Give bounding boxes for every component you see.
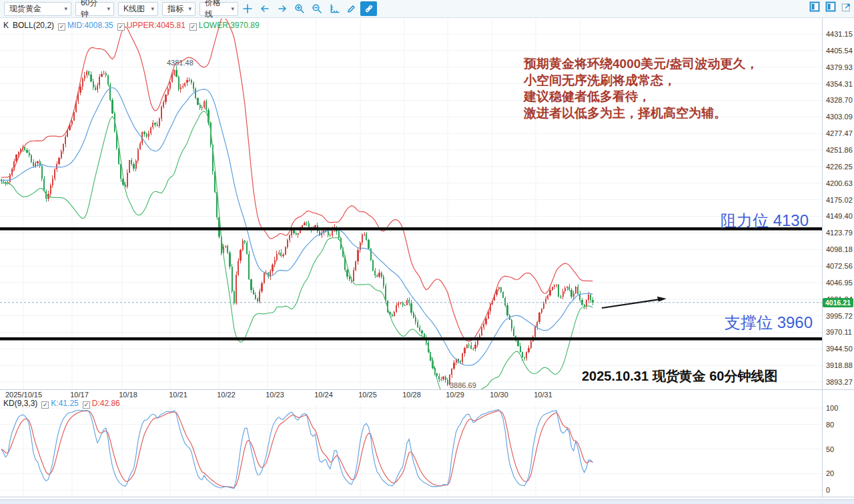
y-axis-label: 3893.27 (826, 378, 853, 386)
arrow-head (657, 297, 667, 302)
support-level-label: 支撑位 3960 (725, 312, 813, 333)
price-line-select[interactable]: 价格线 ▾ (199, 2, 238, 16)
boll-mid-toggle[interactable]: MID:4008.35 (58, 21, 113, 30)
x-axis-label: 10/25 (358, 391, 377, 399)
price-line-select-value: 价格线 (205, 0, 227, 20)
highest-price-label: 4381.48 (167, 59, 193, 67)
sub-axis-label: 100 (826, 404, 838, 412)
arrow-annotation (602, 299, 659, 308)
y-axis-label: 4354.31 (826, 80, 853, 88)
link-tool-button[interactable] (360, 1, 377, 16)
panel-layout-icon-1[interactable] (809, 1, 820, 15)
commentary-line: 小空间无序洗刷将成常态， (524, 73, 759, 89)
y-axis-label: 4303.09 (826, 113, 853, 121)
interval-select[interactable]: 60分钟 ▾ (75, 2, 114, 16)
x-axis-label: 10/24 (314, 391, 333, 399)
x-axis-label: 10/28 (402, 391, 421, 399)
chevron-down-icon: ▾ (151, 5, 154, 12)
resistance-level-label: 阻力位 4130 (721, 210, 809, 231)
x-axis-label: 10/31 (534, 391, 552, 399)
kd-k-value: K:41.25 (51, 399, 78, 408)
y-axis-label: 3970.11 (826, 328, 852, 336)
chevron-down-icon: ▾ (64, 5, 67, 12)
boll-mid-line (1, 88, 592, 366)
boll-lower-value: LOWER:3970.89 (199, 21, 260, 30)
axis-scale-icon[interactable] (326, 1, 342, 16)
sub-axis-label: 20 (826, 469, 834, 477)
chart-footer-title: 2025.10.31 现货黄金 60分钟线图 (582, 367, 777, 385)
crosshair-icon[interactable] (239, 1, 256, 16)
kd-d-toggle[interactable]: D:42.86 (83, 399, 120, 408)
current-price-tag: 4016.21 (823, 298, 853, 307)
checkbox-checked-icon[interactable] (117, 23, 125, 31)
chart-type-select-value: K线图 (123, 3, 145, 15)
indicator-select-value: 指标 (167, 3, 183, 15)
draw-pencil-icon[interactable] (343, 1, 360, 16)
kd-indicator-header: KD(9,3,3) K:41.25 D:42.86 (3, 399, 120, 408)
boll-lower-toggle[interactable]: LOWER:3970.89 (189, 21, 260, 30)
y-axis-label: 4251.86 (826, 146, 853, 154)
horizontal-scrollbar[interactable] (0, 499, 854, 504)
interval-select-value: 60分钟 (81, 0, 103, 20)
x-axis-label: 10/23 (266, 391, 284, 399)
kd-k-toggle[interactable]: K:41.25 (41, 399, 78, 408)
x-axis-label: 10/30 (490, 391, 508, 399)
y-axis-label: 4072.56 (826, 262, 853, 270)
chevron-down-icon: ▾ (188, 5, 191, 12)
boll-upper-toggle[interactable]: UPPER:4045.81 (117, 21, 185, 30)
x-axis-label: 10/17 (70, 391, 89, 399)
lowest-price-label: 3886.69 (450, 381, 476, 389)
toolbar: 现货黄金 ▾ 60分钟 ▾ K线图 ▾ 指标 ▾ 价格线 ▾ (0, 0, 854, 18)
y-axis-label: 4379.93 (826, 63, 853, 71)
sub-axis-label: 80 (826, 421, 834, 429)
x-axis-label: 10/21 (169, 391, 187, 399)
y-axis-label: 4175.02 (826, 196, 853, 204)
y-axis-label: 4046.95 (826, 279, 853, 287)
y-axis-label: 4226.25 (826, 163, 853, 171)
x-axis-label: 2025/10/15 (5, 391, 42, 399)
chevron-down-icon: ▾ (231, 5, 234, 12)
checkbox-checked-icon[interactable] (189, 23, 197, 31)
y-axis-label: 3944.50 (826, 345, 853, 353)
y-axis-label: 4149.40 (826, 212, 853, 220)
symbol-select[interactable]: 现货黄金 ▾ (4, 2, 71, 16)
y-axis-label: 4277.47 (826, 129, 853, 137)
bollinger-bands (1, 17, 592, 403)
symbol-select-value: 现货黄金 (9, 3, 41, 15)
boll-upper-line (1, 17, 592, 341)
boll-mid-value: MID:4008.35 (67, 21, 113, 30)
sub-axis-label: 50 (826, 445, 834, 453)
x-axis-label: 10/18 (119, 391, 137, 399)
pane-key-label: K (3, 21, 9, 30)
zoom-out-icon[interactable] (308, 1, 325, 16)
boll-upper-value: UPPER:4045.81 (127, 21, 185, 30)
checkbox-checked-icon[interactable] (41, 401, 49, 409)
commentary-line: 预期黄金将环绕4000美元/盎司波动更久， (524, 56, 759, 73)
x-axis-label: 10/29 (446, 391, 464, 399)
zoom-in-icon[interactable] (291, 1, 308, 16)
expand-fullscreen-icon[interactable] (841, 2, 851, 15)
pan-right-icon[interactable] (274, 1, 290, 16)
commentary-line: 建议稳健者低多看待， (524, 89, 759, 105)
commentary-line: 激进者以低多为主，择机高空为辅。 (524, 105, 759, 122)
checkbox-checked-icon[interactable] (83, 401, 90, 409)
y-axis-label: 4200.63 (826, 179, 853, 187)
indicator-select[interactable]: 指标 ▾ (162, 2, 195, 16)
y-axis-label: 4431.15 (826, 30, 853, 38)
boll-name-label[interactable]: BOLL(20,2) (13, 21, 54, 30)
sub-axis-label: 0 (826, 486, 830, 494)
chart-type-select[interactable]: K线图 ▾ (118, 2, 158, 16)
y-axis-label: 4328.70 (826, 96, 853, 104)
checkbox-checked-icon[interactable] (58, 23, 65, 31)
pan-left-icon[interactable] (256, 1, 273, 16)
commentary-text-block: 预期黄金将环绕4000美元/盎司波动更久， 小空间无序洗刷将成常态， 建议稳健者… (524, 56, 759, 121)
y-axis-label: 3918.88 (826, 361, 853, 369)
y-axis-label: 4123.79 (826, 229, 853, 237)
kd-name-label[interactable]: KD(9,3,3) (3, 399, 37, 408)
x-axis-label: 10/22 (217, 391, 236, 399)
boll-lower-line (1, 111, 592, 404)
y-axis-label: 4405.54 (826, 47, 853, 55)
boll-indicator-header: K BOLL(20,2) MID:4008.35 UPPER:4045.81 L… (3, 21, 260, 30)
kd-d-value: D:42.86 (92, 399, 120, 408)
panel-layout-icon-2[interactable] (825, 1, 836, 15)
